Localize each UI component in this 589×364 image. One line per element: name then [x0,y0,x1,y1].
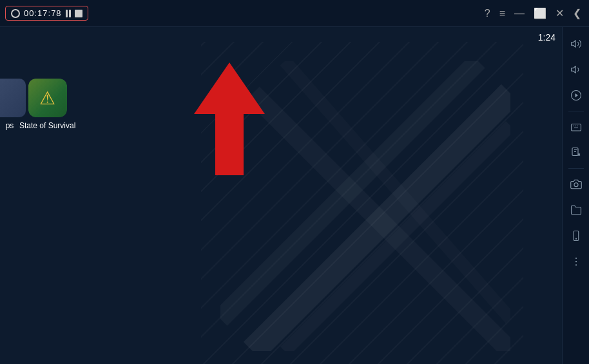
sos-icon [28,79,67,117]
back-button[interactable]: ❮ [573,8,581,19]
svg-point-14 [575,264,576,265]
macro-icon [570,121,582,133]
play-button[interactable] [565,84,588,107]
stop-button[interactable] [75,10,82,17]
svg-point-12 [575,258,576,259]
arrow-head [194,62,265,114]
minimize-button[interactable]: — [514,8,525,19]
svg-line-4 [285,61,510,319]
play-icon [570,90,582,101]
content-area: 1:24 ps State of Survival [0,27,562,364]
more-icon [570,256,582,267]
volume-down-icon [570,64,582,75]
arrow-shaft [215,114,244,175]
time-overlay: 1:24 [538,32,555,43]
app-icon-wrapper [28,79,67,117]
volume-down-button[interactable] [565,58,588,81]
svg-line-3 [253,93,510,351]
help-button[interactable]: ? [485,8,490,19]
pause-button[interactable] [66,10,71,17]
sidebar [562,27,589,364]
phone-icon [570,230,582,242]
app-label-sos: State of Survival [19,121,75,130]
folder-button[interactable] [565,198,588,222]
screenshot-button[interactable] [565,173,588,196]
volume-up-icon [570,38,582,50]
sidebar-divider-2 [568,168,584,169]
phone-button[interactable] [565,224,588,247]
recording-timer[interactable]: 00:17:78 [5,6,88,21]
record-icon [11,9,20,18]
svg-rect-7 [571,124,581,131]
script-button[interactable] [565,141,588,164]
sos-icon-overlay [28,79,67,117]
timer-display: 00:17:78 [24,8,62,18]
arrow-up-shape [194,62,265,175]
close-button[interactable]: ✕ [555,8,564,19]
titlebar-left: 00:17:78 [0,6,88,21]
macro-button[interactable] [565,115,588,139]
folder-icon [570,204,582,216]
svg-point-13 [575,261,576,262]
restore-button[interactable]: ⬜ [534,8,546,19]
svg-line-0 [253,93,510,351]
script-icon [570,147,582,158]
svg-point-9 [574,183,578,187]
svg-line-2 [285,126,510,351]
app-state-of-survival[interactable]: State of Survival [19,79,75,130]
screenshot-icon [570,178,582,190]
volume-up-button[interactable] [565,32,588,55]
partial-app-label: ps [6,121,14,130]
titlebar-controls: ? ≡ — ⬜ ✕ ❮ [485,8,589,19]
apps-area: State of Survival [19,79,75,130]
menu-button[interactable]: ≡ [499,8,505,19]
sidebar-divider-1 [568,111,584,111]
main-area: 1:24 ps State of Survival [0,27,589,364]
titlebar: 00:17:78 ? ≡ — ⬜ ✕ ❮ [0,0,589,27]
svg-marker-6 [575,93,578,97]
more-button[interactable] [565,250,588,273]
